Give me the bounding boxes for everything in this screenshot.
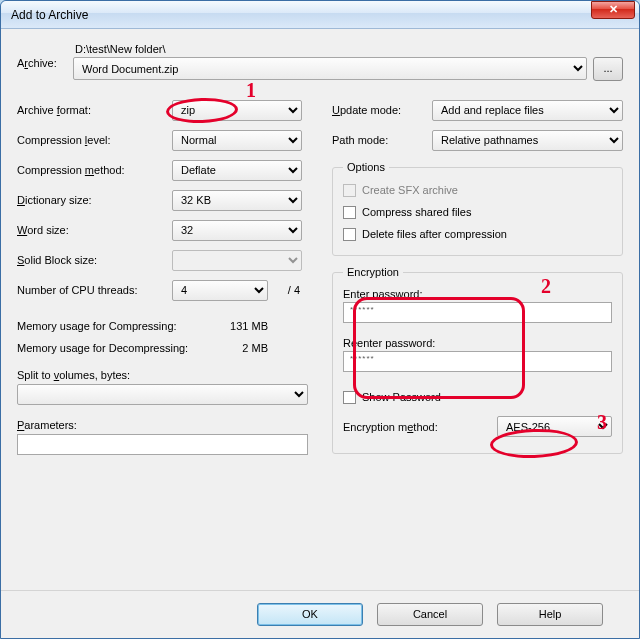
enter-password-input[interactable]: ******: [343, 302, 612, 323]
archive-label: Archive:: [17, 43, 73, 69]
update-mode-combo[interactable]: Add and replace files: [432, 100, 623, 121]
ok-button[interactable]: OK: [257, 603, 363, 626]
solid-block-size-label: Solid Block size:: [17, 254, 172, 266]
browse-button[interactable]: ...: [593, 57, 623, 81]
enter-password-label: Enter password:: [343, 288, 612, 300]
word-size-label: Word size:: [17, 224, 172, 236]
show-password-label: Show Password: [362, 391, 441, 403]
reenter-password-input[interactable]: ******: [343, 351, 612, 372]
mem-decompress-value: 2 MB: [217, 342, 308, 354]
parameters-input[interactable]: [17, 434, 308, 455]
word-size-combo[interactable]: 32: [172, 220, 302, 241]
sfx-checkbox: [343, 184, 356, 197]
encryption-method-combo[interactable]: AES-256: [497, 416, 612, 437]
archive-format-label: Archive format:: [17, 104, 172, 116]
cpu-threads-max: / 4: [268, 284, 302, 296]
mem-compress-value: 131 MB: [217, 320, 308, 332]
compression-method-combo[interactable]: Deflate: [172, 160, 302, 181]
path-mode-label: Path mode:: [332, 134, 432, 146]
reenter-password-label: Reenter password:: [343, 337, 612, 349]
left-column: Archive format: zip Compression level: N…: [17, 95, 308, 464]
archive-format-combo[interactable]: zip: [172, 100, 302, 121]
encryption-group: Encryption Enter password: ****** Reente…: [332, 266, 623, 454]
cancel-button[interactable]: Cancel: [377, 603, 483, 626]
mem-decompress-label: Memory usage for Decompressing:: [17, 342, 217, 354]
split-volumes-combo[interactable]: [17, 384, 308, 405]
delete-after-label: Delete files after compression: [362, 228, 507, 240]
mem-compress-label: Memory usage for Compressing:: [17, 320, 217, 332]
dictionary-size-label: Dictionary size:: [17, 194, 172, 206]
sfx-label: Create SFX archive: [362, 184, 458, 196]
compress-shared-label: Compress shared files: [362, 206, 471, 218]
dialog-body: Archive: D:\test\New folder\ Word Docume…: [1, 29, 639, 638]
archive-filename-combo[interactable]: Word Document.zip: [73, 57, 587, 80]
compression-level-label: Compression level:: [17, 134, 172, 146]
compression-method-label: Compression method:: [17, 164, 172, 176]
button-bar: OK Cancel Help: [1, 590, 639, 638]
options-group: Options Create SFX archive Compress shar…: [332, 161, 623, 256]
delete-after-checkbox[interactable]: [343, 228, 356, 241]
archive-path: D:\test\New folder\: [73, 43, 623, 55]
encryption-method-label: Encryption method:: [343, 421, 497, 433]
dictionary-size-combo[interactable]: 32 KB: [172, 190, 302, 211]
close-button[interactable]: ✕: [591, 1, 635, 19]
compress-shared-checkbox[interactable]: [343, 206, 356, 219]
encryption-legend: Encryption: [343, 266, 403, 278]
window-title: Add to Archive: [11, 8, 591, 22]
split-volumes-label: Split to volumes, bytes:: [17, 369, 308, 381]
cpu-threads-combo[interactable]: 4: [172, 280, 268, 301]
right-column: Update mode: Add and replace files Path …: [332, 95, 623, 464]
archive-row: Archive: D:\test\New folder\ Word Docume…: [17, 43, 623, 81]
dialog-window: Add to Archive ✕ Archive: D:\test\New fo…: [0, 0, 640, 639]
parameters-label: Parameters:: [17, 419, 308, 431]
path-mode-combo[interactable]: Relative pathnames: [432, 130, 623, 151]
titlebar: Add to Archive ✕: [1, 1, 639, 29]
show-password-checkbox[interactable]: [343, 391, 356, 404]
update-mode-label: Update mode:: [332, 104, 432, 116]
compression-level-combo[interactable]: Normal: [172, 130, 302, 151]
cpu-threads-label: Number of CPU threads:: [17, 284, 172, 296]
help-button[interactable]: Help: [497, 603, 603, 626]
options-legend: Options: [343, 161, 389, 173]
solid-block-size-combo: [172, 250, 302, 271]
